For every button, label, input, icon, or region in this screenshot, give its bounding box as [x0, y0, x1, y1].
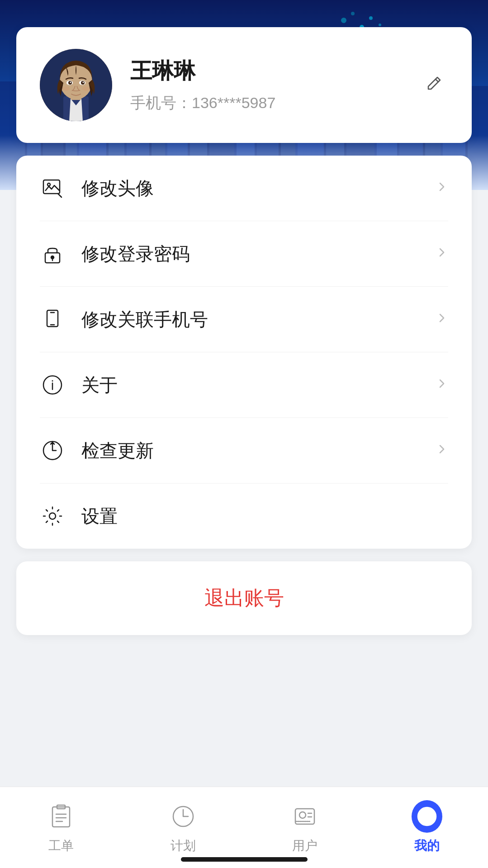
menu-label-check-update: 检查更新	[81, 438, 419, 463]
menu-item-change-avatar[interactable]: 修改头像	[40, 156, 448, 221]
svg-rect-55	[52, 807, 70, 827]
bottom-nav: 工单 计划 用户	[0, 787, 488, 868]
svg-line-42	[58, 194, 62, 197]
svg-point-68	[429, 814, 431, 816]
chevron-right-icon	[436, 377, 448, 394]
nav-label-plan: 计划	[171, 837, 196, 854]
nav-item-plan[interactable]: 计划	[122, 787, 244, 868]
menu-label-change-phone: 修改关联手机号	[81, 307, 419, 332]
svg-point-54	[49, 513, 56, 519]
profile-info: 王琳琳 手机号：136****5987	[130, 57, 401, 114]
clipboard-icon	[46, 801, 76, 832]
logout-label: 退出账号	[204, 585, 284, 612]
update-icon	[40, 438, 65, 463]
profile-name: 王琳琳	[130, 57, 401, 85]
profile-card: 王琳琳 手机号：136****5987	[16, 27, 472, 143]
nav-item-workorder[interactable]: 工单	[0, 787, 122, 868]
menu-label-change-password: 修改登录密码	[81, 242, 419, 266]
edit-profile-button[interactable]	[419, 69, 448, 101]
nav-label-mine: 我的	[414, 837, 440, 854]
svg-point-40	[82, 86, 90, 91]
svg-point-52	[52, 380, 53, 382]
menu-item-settings[interactable]: 设置	[40, 484, 448, 549]
smiley-icon	[412, 801, 442, 832]
nav-label-workorder: 工单	[48, 837, 74, 854]
chevron-right-icon	[436, 180, 448, 197]
nav-item-mine[interactable]: 我的	[366, 787, 488, 868]
menu-label-change-avatar: 修改头像	[81, 176, 419, 201]
avatar	[40, 49, 112, 121]
nav-item-user[interactable]: 用户	[244, 787, 366, 868]
svg-point-62	[299, 812, 306, 818]
image-edit-icon	[40, 175, 65, 201]
svg-point-39	[62, 86, 70, 91]
nav-label-user: 用户	[292, 837, 317, 854]
logout-button[interactable]: 退出账号	[16, 561, 472, 635]
svg-point-37	[70, 82, 71, 83]
svg-rect-41	[43, 180, 60, 194]
menu-item-check-update[interactable]: 检查更新	[40, 418, 448, 484]
chevron-right-icon	[436, 442, 448, 459]
menu-item-change-phone[interactable]: 修改关联手机号	[40, 287, 448, 352]
menu-label-settings: 设置	[81, 504, 448, 529]
settings-icon	[40, 503, 65, 529]
svg-point-43	[47, 183, 50, 186]
svg-point-38	[83, 82, 84, 83]
chevron-right-icon	[436, 311, 448, 328]
menu-label-about: 关于	[81, 373, 419, 398]
chevron-right-icon	[436, 246, 448, 262]
svg-point-67	[423, 814, 425, 816]
menu-item-about[interactable]: 关于	[40, 352, 448, 418]
info-icon	[40, 372, 65, 398]
profile-phone: 手机号：136****5987	[130, 93, 401, 114]
menu-item-change-password[interactable]: 修改登录密码	[40, 221, 448, 287]
user-card-icon	[289, 801, 320, 832]
lock-icon	[40, 241, 65, 266]
phone-edit-icon	[40, 307, 65, 332]
home-indicator	[181, 857, 308, 862]
clock-icon	[168, 801, 199, 832]
svg-point-66	[418, 807, 436, 825]
menu-card: 修改头像 修改登录密码	[16, 156, 472, 549]
